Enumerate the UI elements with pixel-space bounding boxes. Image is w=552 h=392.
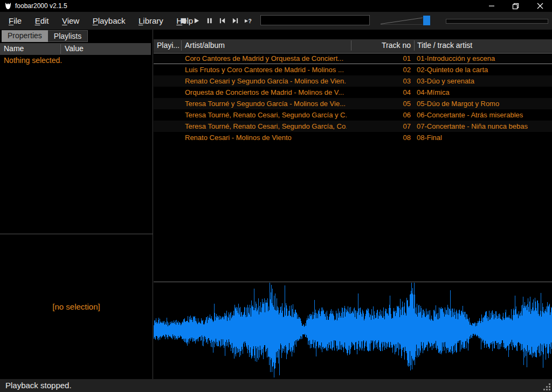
column-header-playing[interactable]: Playi...: [157, 41, 180, 50]
waveform: [154, 282, 552, 379]
column-divider[interactable]: [60, 44, 61, 54]
pause-icon[interactable]: [205, 17, 213, 25]
playlist-row[interactable]: Luis Frutos y Coro Cantores de Madrid - …: [154, 64, 552, 75]
properties-column-headers: Name Value: [0, 43, 151, 55]
tab-properties[interactable]: Properties: [2, 30, 48, 42]
playlist-row[interactable]: Renato Cesari - Molinos de Viento 08 08-…: [154, 132, 552, 143]
column-header-title[interactable]: Title / track artist: [417, 41, 472, 50]
column-header-name[interactable]: Name: [4, 44, 24, 53]
seekbar[interactable]: [446, 19, 548, 24]
statusbar: Playback stopped.: [0, 379, 552, 392]
column-header-track-no[interactable]: Track no: [352, 41, 411, 50]
left-pane: Properties Playlists Name Value Nothing …: [0, 30, 153, 379]
play-random-icon[interactable]: ?: [244, 17, 252, 25]
playlist-row[interactable]: Teresa Tourné, Renato Cesari, Segundo Ga…: [154, 121, 552, 132]
playlist-row[interactable]: Orquesta de Conciertos de Madrid - Molin…: [154, 87, 552, 98]
menu-items: File Edit View Playback Library Help: [9, 12, 204, 30]
previous-icon[interactable]: [218, 17, 226, 25]
restore-icon[interactable]: [503, 0, 528, 12]
column-header-artist-album[interactable]: Artist/album: [185, 41, 225, 50]
foobar2000-window: foobar2000 v2.1.5 File Edit View Playbac…: [0, 0, 552, 392]
main-area: Properties Playlists Name Value Nothing …: [0, 30, 552, 379]
column-divider[interactable]: [351, 40, 351, 51]
volume-slider[interactable]: [380, 15, 431, 26]
playback-toolbar: ?: [180, 12, 252, 30]
close-icon[interactable]: [528, 0, 552, 12]
next-icon[interactable]: [231, 17, 239, 25]
window-title: foobar2000 v2.1.5: [15, 2, 67, 10]
tab-strip: Properties Playlists: [2, 30, 88, 42]
status-display: [260, 15, 370, 25]
svg-text:?: ?: [249, 18, 252, 24]
minimize-icon[interactable]: [479, 0, 503, 12]
column-header-value[interactable]: Value: [65, 44, 84, 53]
menubar: File Edit View Playback Library Help: [0, 12, 552, 30]
menu-file[interactable]: File: [9, 12, 22, 30]
menu-view[interactable]: View: [62, 12, 79, 30]
tab-playlists[interactable]: Playlists: [48, 30, 88, 42]
waveform-panel[interactable]: [154, 282, 552, 379]
play-icon[interactable]: [192, 17, 201, 25]
playback-status-text: Playback stopped.: [5, 379, 72, 392]
column-divider[interactable]: [181, 40, 182, 51]
playlist-row[interactable]: Coro Cantores de Madrid y Orquesta de Co…: [154, 53, 552, 64]
stop-icon[interactable]: [180, 17, 188, 25]
waveform-path: [154, 283, 551, 377]
album-art-panel: [no selection]: [0, 234, 153, 379]
volume-thumb[interactable]: [423, 16, 430, 25]
menu-edit[interactable]: Edit: [35, 12, 49, 30]
column-divider[interactable]: [414, 40, 415, 51]
playlist-row[interactable]: Renato Cesari y Segundo García - Molinos…: [154, 75, 552, 87]
resize-grip-icon[interactable]: [543, 383, 551, 391]
playlist-row[interactable]: Teresa Tourné y Segundo García - Molinos…: [154, 98, 552, 109]
titlebar: foobar2000 v2.1.5: [0, 0, 552, 12]
album-art-empty-message: [no selection]: [52, 302, 100, 311]
playlist-row[interactable]: Teresa Tourné, Renato Cesari, Segundo Ga…: [154, 109, 552, 121]
pane-splitter[interactable]: [153, 30, 153, 379]
properties-empty-message: Nothing selected.: [0, 55, 151, 66]
playlist-header: Playi... Artist/album Track no Title / t…: [154, 39, 552, 52]
menu-playback[interactable]: Playback: [93, 12, 126, 30]
menu-library[interactable]: Library: [139, 12, 163, 30]
app-logo-icon: [4, 2, 12, 10]
playlist-pane: Playi... Artist/album Track no Title / t…: [154, 30, 552, 379]
